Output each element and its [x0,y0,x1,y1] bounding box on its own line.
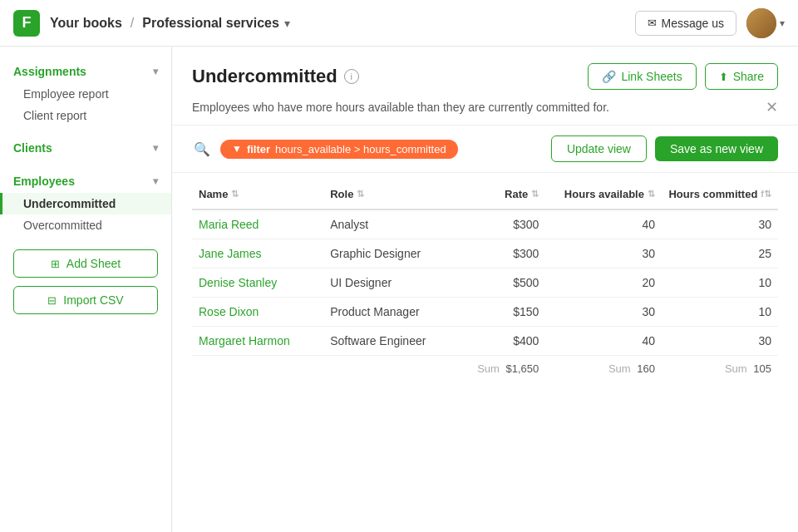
cell-hours-committed-1: 25 [662,239,778,268]
sort-hours-committed-icon[interactable]: f⇅ [761,189,771,200]
add-sheet-button[interactable]: ⊞ Add Sheet [13,249,158,278]
search-button[interactable]: 🔍 [192,140,212,159]
title-row: Undercommitted i [192,66,359,87]
sidebar-item-undercommitted[interactable]: Undercommitted [0,193,171,214]
logo-icon: F [13,10,40,37]
employees-section: Employees ▾ [0,170,171,193]
share-icon: ⬆ [719,71,728,83]
sort-hours-available-icon[interactable]: ⇅ [648,189,655,200]
col-header-hours-available: Hours available ⇅ [545,180,662,209]
table-row: Maria Reed Analyst $300 40 30 [192,209,778,239]
table-wrapper: Name ⇅ Role ⇅ Rate [172,173,798,532]
link-sheets-button[interactable]: 🔗 Link Sheets [588,63,696,90]
cell-role-4: Software Engineer [323,327,455,356]
footer-hours-committed-cell: Sum 105 [662,356,778,382]
filter-bar: 🔍 ▼ filter hours_available > hours_commi… [172,126,798,173]
main-header: Undercommitted i 🔗 Link Sheets ⬆ Share [172,47,798,90]
cell-rate-0: $300 [455,209,545,239]
employees-label: Employees [13,175,75,188]
clients-label: Clients [13,141,52,155]
main-content: Undercommitted i 🔗 Link Sheets ⬆ Share E… [172,47,798,532]
cell-hours-available-2: 20 [545,268,662,298]
cell-role-1: Graphic Designer [323,239,455,268]
col-header-hours-committed: Hours committed f⇅ [662,180,778,209]
table-row: Rose Dixon Product Manager $150 30 10 [192,298,778,327]
filter-chip[interactable]: ▼ filter hours_available > hours_committ… [220,140,458,159]
cell-role-2: UI Designer [323,268,455,298]
cell-role-3: Product Manager [323,298,455,327]
main-description: Employees who have more hours available … [172,90,798,126]
employee-table: Name ⇅ Role ⇅ Rate [192,180,778,382]
cell-role-0: Analyst [323,209,455,239]
filter-funnel-icon: ▼ [232,143,242,155]
avatar[interactable] [746,8,776,38]
cell-hours-available-4: 40 [545,327,662,356]
sort-name-icon[interactable]: ⇅ [231,189,239,200]
sort-rate-icon[interactable]: ⇅ [531,189,539,200]
link-icon: 🔗 [602,70,616,83]
message-us-button[interactable]: ✉ Message us [635,11,736,36]
clients-section: Clients ▾ [0,136,171,160]
cell-hours-committed-2: 10 [662,268,778,298]
cell-hours-available-1: 30 [545,239,662,268]
cell-name-0[interactable]: Maria Reed [192,209,323,239]
sidebar-item-client-report[interactable]: Client report [0,105,171,126]
close-description-icon[interactable]: ✕ [766,98,778,116]
import-csv-button[interactable]: ⊟ Import CSV [13,286,158,314]
avatar-caret-icon[interactable]: ▾ [780,17,785,29]
assignments-label: Assignments [13,65,86,78]
col-header-name: Name ⇅ [192,180,323,209]
cell-rate-1: $300 [455,239,545,268]
table-row: Jane James Graphic Designer $300 30 25 [192,239,778,268]
sidebar-item-employee-report[interactable]: Employee report [0,83,171,105]
cell-hours-committed-3: 10 [662,298,778,327]
cell-name-3[interactable]: Rose Dixon [192,298,323,327]
cell-name-1[interactable]: Jane James [192,239,323,268]
table-row: Denise Stanley UI Designer $500 20 10 [192,268,778,298]
footer-hours-available-cell: Sum 160 [545,356,662,382]
page-title: Undercommitted [192,66,337,87]
search-icon: 🔍 [194,142,210,156]
cell-hours-committed-4: 30 [662,327,778,356]
save-new-view-button[interactable]: Save as new view [655,136,778,161]
table-row: Margaret Harmon Software Engineer $400 4… [192,327,778,356]
avatar-image [746,8,776,38]
cell-rate-3: $150 [455,298,545,327]
col-header-role: Role ⇅ [323,180,455,209]
cell-name-2[interactable]: Denise Stanley [192,268,323,298]
filter-expression: hours_available > hours_committed [275,143,446,155]
cell-rate-4: $400 [455,327,545,356]
footer-rate-cell: Sum $1,650 [455,356,545,382]
add-sheet-icon: ⊞ [51,258,60,270]
sidebar-actions: ⊞ Add Sheet ⊟ Import CSV [0,236,171,328]
footer-role-cell [323,356,455,382]
col-header-rate: Rate ⇅ [455,180,545,209]
share-button[interactable]: ⬆ Share [705,63,778,90]
message-icon: ✉ [648,17,657,29]
import-csv-icon: ⊟ [47,294,57,307]
cell-hours-available-3: 30 [545,298,662,327]
cell-name-4[interactable]: Margaret Harmon [192,327,323,356]
update-view-button[interactable]: Update view [551,135,647,162]
cell-hours-available-0: 40 [545,209,662,239]
nav-separator: / [131,16,134,31]
footer-name-cell [192,356,323,382]
cell-hours-committed-0: 30 [662,209,778,239]
employees-chevron-icon[interactable]: ▾ [153,175,158,187]
project-dropdown-button[interactable]: ▾ [284,17,290,30]
main-actions: 🔗 Link Sheets ⬆ Share [588,63,778,90]
assignments-chevron-icon[interactable]: ▾ [153,66,158,77]
cell-rate-2: $500 [455,268,545,298]
top-nav: F Your books / Professional services ▾ ✉… [0,0,798,47]
brand-name: Your books [50,16,122,31]
project-name: Professional services [142,16,279,31]
assignments-section: Assignments ▾ [0,60,171,83]
sidebar: Assignments ▾ Employee report Client rep… [0,47,172,532]
clients-chevron-icon[interactable]: ▾ [153,142,158,154]
info-icon[interactable]: i [344,69,359,84]
sort-role-icon[interactable]: ⇅ [357,189,364,200]
sidebar-item-overcommitted[interactable]: Overcommitted [0,214,171,236]
